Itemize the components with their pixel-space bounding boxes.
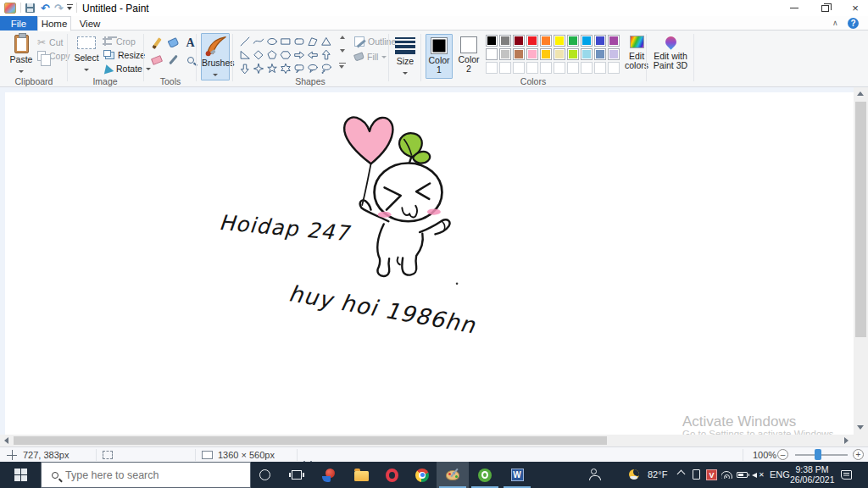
scroll-up-icon[interactable] [857, 92, 864, 96]
horizontal-scrollbar[interactable] [0, 435, 854, 446]
taskbar-search[interactable] [41, 462, 251, 488]
vertical-scrollbar[interactable] [854, 87, 868, 435]
palette-empty-swatch[interactable] [554, 62, 565, 74]
palette-swatch[interactable] [554, 48, 565, 60]
color-2-button[interactable]: Color 2 [455, 34, 482, 79]
palette-empty-swatch[interactable] [581, 62, 593, 74]
palette-empty-swatch[interactable] [513, 62, 525, 74]
palette-swatch[interactable] [567, 35, 579, 47]
copy-button[interactable]: Copy [37, 50, 70, 62]
palette-swatch[interactable] [608, 48, 620, 60]
shape-arrow-down-icon[interactable] [238, 62, 251, 75]
cortana-button[interactable] [248, 462, 281, 488]
palette-swatch[interactable] [540, 35, 552, 47]
edit-with-paint3d-button[interactable]: Edit with Paint 3D [651, 35, 690, 70]
shape-callout-rounded-icon[interactable] [292, 62, 305, 75]
eraser-tool[interactable] [149, 53, 164, 67]
palette-swatch[interactable] [581, 35, 593, 47]
shapes-scroll-up[interactable] [340, 36, 345, 39]
help-button[interactable]: ? [848, 18, 859, 29]
shape-pentagon-icon[interactable] [265, 48, 278, 61]
palette-swatch[interactable] [499, 48, 511, 60]
shape-diamond-icon[interactable] [252, 48, 264, 61]
your-phone-tray-icon[interactable] [693, 469, 700, 480]
word-button[interactable]: W [501, 462, 533, 488]
scroll-down-icon[interactable] [857, 425, 864, 430]
shape-callout-cloud-icon[interactable] [320, 62, 332, 75]
shapes-more[interactable] [339, 63, 346, 69]
palette-swatch[interactable] [486, 48, 498, 60]
paint-taskbar-button[interactable] [437, 462, 469, 488]
volume-tray-icon[interactable]: ✕ [752, 471, 764, 480]
wifi-tray-icon[interactable] [721, 470, 733, 479]
palette-swatch[interactable] [594, 35, 606, 47]
palette-swatch[interactable] [608, 35, 620, 47]
crop-button[interactable]: Crop [103, 36, 136, 47]
collapse-ribbon-icon[interactable]: ∧ [832, 19, 838, 27]
palette-swatch[interactable] [526, 48, 538, 60]
search-input[interactable] [65, 469, 226, 481]
shape-hexagon-icon[interactable] [279, 48, 292, 61]
palette-empty-swatch[interactable] [608, 62, 620, 74]
shape-star-5-icon[interactable] [265, 62, 278, 75]
zoom-slider-thumb[interactable] [815, 449, 821, 460]
opera-button[interactable] [376, 462, 408, 488]
zoom-slider-track[interactable] [795, 454, 848, 456]
paste-button[interactable]: Paste [7, 34, 36, 76]
palette-empty-swatch[interactable] [526, 62, 538, 74]
customize-quick-access-icon[interactable] [67, 4, 73, 10]
v-app-tray-icon[interactable]: V [706, 469, 717, 480]
palette-empty-swatch[interactable] [594, 62, 606, 74]
chrome-button[interactable] [406, 462, 438, 488]
shape-star-6-icon[interactable] [279, 62, 292, 75]
size-button[interactable]: Size [392, 34, 419, 78]
edit-colors-button[interactable]: Edit colors [620, 35, 654, 70]
palette-swatch[interactable] [594, 48, 606, 60]
palette-swatch[interactable] [554, 35, 565, 47]
color-1-button[interactable]: Color 1 [426, 34, 453, 79]
palette-swatch[interactable] [581, 48, 593, 60]
palette-swatch[interactable] [486, 35, 498, 47]
shape-right-triangle-icon[interactable] [238, 48, 251, 61]
start-button[interactable] [0, 462, 41, 488]
shape-rounded-rectangle-icon[interactable] [292, 35, 305, 47]
paint-canvas[interactable]: Hoidap 247 huy hoi 1986hn Activate Windo… [0, 87, 854, 435]
tab-file[interactable]: File [0, 16, 37, 30]
scroll-left-icon[interactable] [4, 437, 8, 444]
undo-icon[interactable]: ↶ [41, 2, 50, 14]
scroll-right-icon[interactable] [844, 437, 849, 444]
horizontal-scroll-thumb[interactable] [14, 436, 607, 445]
fill-tool[interactable] [166, 36, 181, 50]
task-view-button[interactable] [281, 462, 313, 488]
shape-curve-icon[interactable] [252, 35, 264, 47]
minimize-button[interactable] [780, 0, 809, 16]
zoom-out-button[interactable]: – [777, 449, 788, 460]
zoom-in-button[interactable]: + [853, 449, 864, 460]
language-indicator[interactable]: ENG [770, 469, 790, 480]
clock[interactable]: 9:38 PM 26/06/2021 [790, 464, 834, 485]
tab-home[interactable]: Home [37, 16, 71, 31]
restore-button[interactable] [810, 0, 839, 16]
coccoc-button[interactable] [469, 462, 501, 488]
file-explorer-button[interactable] [345, 462, 377, 488]
redo-icon[interactable]: ↷ [54, 2, 64, 14]
palette-swatch[interactable] [567, 48, 579, 60]
save-icon[interactable] [25, 3, 35, 13]
shape-arrow-right-icon[interactable] [292, 48, 305, 61]
palette-swatch[interactable] [499, 35, 511, 47]
shape-triangle-icon[interactable] [320, 35, 332, 47]
shape-ellipse-icon[interactable] [265, 35, 278, 47]
palette-swatch[interactable] [513, 48, 525, 60]
shape-arrow-left-icon[interactable] [306, 48, 319, 61]
paint-app-icon[interactable] [4, 3, 16, 14]
palette-empty-swatch[interactable] [486, 62, 498, 74]
tab-view[interactable]: View [71, 16, 108, 30]
weather-button[interactable] [629, 469, 639, 480]
people-button[interactable] [591, 469, 597, 474]
close-button[interactable]: × [841, 0, 868, 16]
weather-temp[interactable]: 82°F [648, 469, 667, 480]
select-button[interactable]: Select [73, 34, 100, 76]
palette-empty-swatch[interactable] [567, 62, 579, 74]
vertical-scroll-thumb[interactable] [855, 102, 866, 337]
action-center-button[interactable] [841, 470, 852, 480]
